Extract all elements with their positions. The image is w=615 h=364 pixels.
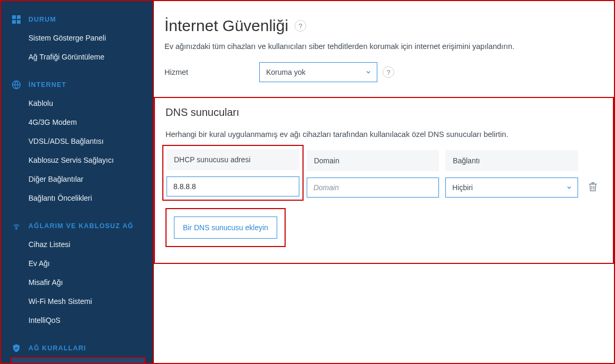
sidebar-item-label: 4G/3G Modem [28,118,77,126]
chevron-down-icon [566,184,572,191]
trash-icon[interactable] [587,180,600,194]
sidebar-item-device-list[interactable]: Cihaz Listesi [1,235,153,254]
svg-rect-3 [17,20,21,24]
shield-icon [12,343,21,353]
chevron-down-icon [365,69,372,75]
dns-section: DNS sunucuları Herhangi bir kural uygula… [154,97,614,264]
sidebar-item-guest-network[interactable]: Misafir Ağı [1,273,153,292]
add-dns-button[interactable]: Bir DNS sunucusu ekleyin [174,217,277,239]
sidebar-header-label: İNTERNET [28,81,66,88]
sidebar-item-label: Bağlantı Öncelikleri [28,194,92,202]
sidebar-item-label: Kablolu [28,99,53,107]
wifi-icon [12,221,21,231]
svg-point-5 [16,228,17,229]
sidebar-item-label: Misafir Ağı [28,278,63,287]
dns-connection-select[interactable]: Hiçbiri [445,178,578,198]
sidebar-item-label: Wi-Fi Mesh Sistemi [28,297,92,306]
sidebar-item-label: Ev Ağı [28,259,50,268]
page-title: İnternet Güvenliği [164,17,288,35]
sidebar-item-label: Kablosuz Servis Sağlayıcı [28,156,114,164]
dns-title: DNS sunucuları [165,106,602,119]
dns-col-header-address: DHCP sunucusu adresi [167,149,299,170]
dns-table: DHCP sunucusu adresi Domain Bağlantı [165,148,602,198]
dns-col-domain: Domain [307,150,440,198]
sidebar-item-other-conn[interactable]: Diğer Bağlantılar [1,170,153,189]
page-description: Ev ağınızdaki tüm cihazları ve kullanıcı… [154,42,614,62]
sidebar-header-label: DURUM [28,16,56,23]
service-label: Hizmet [164,68,254,76]
service-select-value: Koruma yok [266,68,306,76]
globe-icon [12,80,21,90]
sidebar-section-wireless: AĞLARIM VE KABLOSUZ AĞ Cihaz Listesi Ev … [1,217,153,330]
sidebar-item-label: Ağ Trafiği Görüntüleme [28,53,104,61]
sidebar-item-system-dashboard[interactable]: Sistem Gösterge Paneli [1,28,153,47]
dns-col-address: DHCP sunucusu adresi [162,145,304,201]
sidebar-header-label: AĞLARIM VE KABLOSUZ AĞ [28,222,134,230]
sidebar-header-status[interactable]: DURUM [1,11,153,28]
sidebar-section-rules: AĞ KURALLARI İnternet Güvenliği Güvenlik… [1,339,153,363]
sidebar-item-wifi-mesh[interactable]: Wi-Fi Mesh Sistemi [1,292,153,311]
svg-rect-1 [17,15,21,19]
dns-col-header-connection: Bağlantı [445,150,578,171]
main-content: İnternet Güvenliği ? Ev ağınızdaki tüm c… [154,1,614,363]
sidebar-item-wired[interactable]: Kablolu [1,94,153,113]
sidebar-header-rules[interactable]: AĞ KURALLARI [1,339,153,357]
help-icon[interactable]: ? [383,66,394,78]
sidebar-item-label: Cihaz Listesi [28,240,70,249]
sidebar-header-wireless[interactable]: AĞLARIM VE KABLOSUZ AĞ [1,217,153,235]
svg-rect-0 [12,15,16,19]
sidebar-item-traffic-view[interactable]: Ağ Trafiği Görüntüleme [1,47,153,66]
sidebar-section-status: DURUM Sistem Gösterge Paneli Ağ Trafiği … [1,11,153,66]
dns-delete-col [584,180,602,198]
sidebar-header-internet[interactable]: İNTERNET [1,76,153,94]
sidebar-item-4g3g[interactable]: 4G/3G Modem [1,113,153,132]
svg-rect-2 [12,20,16,24]
help-icon[interactable]: ? [295,20,306,32]
sidebar: DURUM Sistem Gösterge Paneli Ağ Trafiği … [1,1,154,363]
sidebar-item-label: VDSL/ADSL Bağlantısı [28,137,104,145]
dns-connection-value: Hiçbiri [452,183,473,192]
dns-description: Herhangi bir kural uygulanmamış ev ağı c… [165,130,602,139]
sidebar-item-label: Sistem Gösterge Paneli [28,34,106,42]
sidebar-item-label: IntelliQoS [28,316,61,324]
sidebar-item-home-network[interactable]: Ev Ağı [1,254,153,273]
dns-address-input[interactable] [167,176,299,196]
sidebar-header-label: AĞ KURALLARI [28,345,86,352]
dns-col-header-domain: Domain [307,150,440,171]
service-select[interactable]: Koruma yok [259,62,377,82]
sidebar-item-conn-priority[interactable]: Bağlantı Öncelikleri [1,189,153,208]
sidebar-item-intelliqos[interactable]: IntelliQoS [1,311,153,330]
sidebar-item-internet-security[interactable]: İnternet Güvenliği [12,358,144,363]
sidebar-item-vdsl[interactable]: VDSL/ADSL Bağlantısı [1,132,153,151]
dns-domain-input[interactable] [307,178,440,198]
dns-col-connection: Bağlantı Hiçbiri [445,150,578,198]
sidebar-item-wisp[interactable]: Kablosuz Servis Sağlayıcı [1,151,153,170]
dashboard-icon [12,15,21,24]
sidebar-section-internet: İNTERNET Kablolu 4G/3G Modem VDSL/ADSL B… [1,76,153,208]
sidebar-item-label: Diğer Bağlantılar [28,175,83,183]
